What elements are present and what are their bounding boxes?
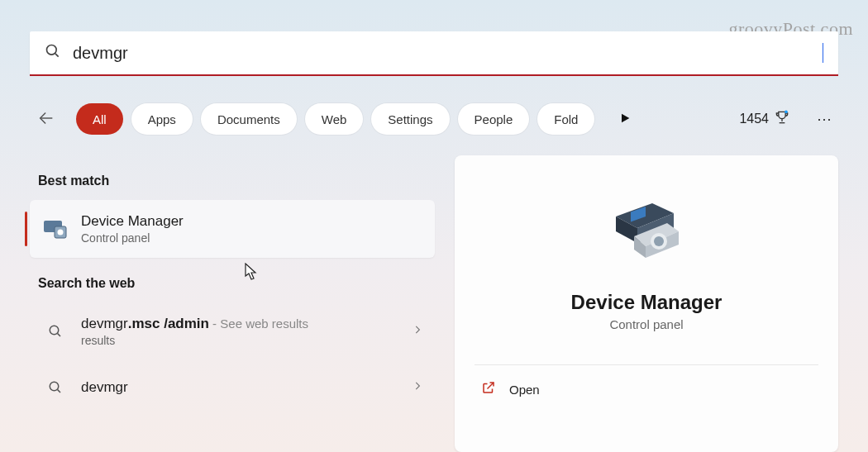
device-manager-icon xyxy=(609,198,684,266)
back-button[interactable] xyxy=(30,102,63,136)
svg-point-12 xyxy=(50,382,59,391)
web-result-1[interactable]: devmgr xyxy=(30,360,435,415)
svg-line-1 xyxy=(55,54,59,57)
svg-point-9 xyxy=(58,230,64,236)
detail-panel: Device Manager Control panel Open xyxy=(455,155,838,452)
play-icon xyxy=(618,112,632,127)
web-result-title: devmgr xyxy=(81,379,412,396)
best-match-subtitle: Control panel xyxy=(81,231,423,245)
best-match-heading: Best match xyxy=(38,174,435,188)
filter-settings[interactable]: Settings xyxy=(371,103,449,135)
filter-apps[interactable]: Apps xyxy=(131,103,193,135)
search-bar[interactable] xyxy=(30,31,838,74)
arrow-left-icon xyxy=(37,109,55,130)
search-icon xyxy=(45,43,61,63)
svg-point-10 xyxy=(50,326,59,335)
text-caret xyxy=(823,43,823,63)
open-external-icon xyxy=(481,380,496,398)
results-column: Best match Device Manager Control panel … xyxy=(30,155,435,452)
open-label: Open xyxy=(509,383,540,397)
rewards-points[interactable]: 1454 xyxy=(739,109,790,129)
filter-people[interactable]: People xyxy=(458,103,530,135)
points-value: 1454 xyxy=(739,112,769,126)
search-web-heading: Search the web xyxy=(38,276,435,291)
search-icon xyxy=(41,317,69,345)
filter-all[interactable]: All xyxy=(76,103,123,135)
device-manager-icon xyxy=(41,215,69,243)
search-input[interactable] xyxy=(73,44,824,63)
svg-point-6 xyxy=(785,111,788,114)
detail-title: Device Manager xyxy=(571,291,723,314)
svg-line-11 xyxy=(58,334,60,336)
svg-line-13 xyxy=(58,390,60,393)
best-match-title: Device Manager xyxy=(81,213,423,230)
chevron-right-icon xyxy=(412,380,423,395)
chevron-right-icon xyxy=(412,324,423,339)
filter-folders[interactable]: Fold xyxy=(537,103,594,135)
search-icon xyxy=(41,373,69,402)
svg-point-0 xyxy=(47,45,57,55)
filter-web[interactable]: Web xyxy=(305,103,364,135)
scroll-right-button[interactable] xyxy=(611,105,639,133)
web-result-sub: results xyxy=(81,334,412,347)
web-result-title: devmgr.msc /admin - See web results xyxy=(81,316,412,332)
more-button[interactable]: ⋯ xyxy=(810,105,838,133)
web-result-0[interactable]: devmgr.msc /admin - See web results resu… xyxy=(30,302,435,360)
trophy-icon xyxy=(774,109,790,129)
detail-subtitle: Control panel xyxy=(609,317,683,331)
svg-point-22 xyxy=(654,236,664,246)
open-action[interactable]: Open xyxy=(475,365,818,413)
svg-marker-3 xyxy=(622,113,629,122)
filter-row: All Apps Documents Web Settings People F… xyxy=(30,99,838,139)
best-match-result[interactable]: Device Manager Control panel xyxy=(30,200,435,258)
more-icon: ⋯ xyxy=(817,111,832,127)
filter-documents[interactable]: Documents xyxy=(201,103,297,135)
